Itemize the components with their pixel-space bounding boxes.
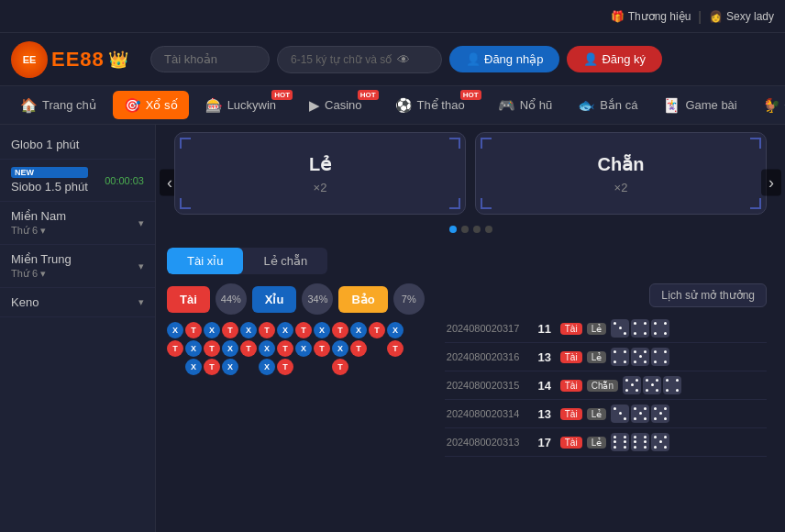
hist-num: 17 <box>534 436 556 449</box>
dot-1 <box>449 226 457 233</box>
hist-id: 2024080020313 <box>447 437 529 448</box>
hist-result1: Tài <box>560 351 582 363</box>
keno-label-group: Keno <box>11 295 39 309</box>
tab-taixiu[interactable]: Tài xỉu <box>167 248 243 274</box>
hist-result2: Lẻ <box>587 323 607 335</box>
username-input[interactable] <box>150 46 270 72</box>
hist-result1: Tài <box>560 437 582 449</box>
bet-bao-button[interactable]: Bảo <box>338 286 387 313</box>
hist-id: 2024080020314 <box>447 408 529 419</box>
bead: X <box>185 340 202 357</box>
password-hint: 6-15 ký tự chữ và số 👁 <box>277 46 442 73</box>
sidebar-item-mientrung[interactable]: Miền Trung Thứ 6 ▾ ▾ <box>0 245 155 288</box>
sidebar-item-miennam[interactable]: Miền Nam Thứ 6 ▾ ▾ <box>0 202 155 245</box>
history-row: 202408002031711TàiLẻ <box>445 315 767 343</box>
user-icon: 👤 <box>466 52 481 66</box>
siobo-label-group: NEW Siobo 1.5 phút <box>11 167 88 194</box>
card-chan[interactable]: Chẵn ×2 <box>475 132 767 215</box>
history-row: 202408002031317TàiLẻ <box>445 428 767 457</box>
header: EE EE88 👑 6-15 ký tự chữ và số 👁 👤 Đăng … <box>0 33 785 86</box>
die-face <box>651 433 669 451</box>
nav-gamebai-label: Game bài <box>685 98 736 112</box>
dice-group <box>611 433 669 451</box>
login-label: Đăng nhập <box>484 52 543 66</box>
bet-tai-button[interactable]: Tài <box>167 286 210 313</box>
dot-3 <box>473 226 481 233</box>
eye-icon[interactable]: 👁 <box>397 52 410 67</box>
miennam-chevron: ▾ <box>138 217 144 229</box>
dots-indicator <box>174 222 767 240</box>
nav-item-banca[interactable]: 🐟 Bắn cá <box>565 86 650 124</box>
die-face <box>631 319 649 338</box>
nav-item-casino[interactable]: ▶ Casino HOT <box>296 86 381 124</box>
bead: T <box>222 322 238 338</box>
nav-item-xoso[interactable]: 🎯 Xổ số <box>113 91 189 119</box>
hist-id: 2024080020315 <box>447 380 529 391</box>
taixiu-section: Tài xỉu Lẻ chẵn Tài 44% Xỉu 34% Bảo 7% <box>156 240 785 464</box>
nav-item-gamebai[interactable]: 🃏 Game bài <box>650 86 749 124</box>
bet-xiu-button[interactable]: Xỉu <box>252 286 297 313</box>
sidebar: Globo 1 phút NEW Siobo 1.5 phút 00:00:03… <box>0 125 156 532</box>
hist-id: 2024080020316 <box>447 351 529 362</box>
thuong-hieu-label: Thương hiệu <box>628 10 691 23</box>
register-icon: 👤 <box>583 52 598 66</box>
dice-group <box>611 405 669 423</box>
nav-item-home[interactable]: 🏠 Trang chủ <box>7 86 109 124</box>
bead: T <box>350 340 367 357</box>
sexy-lady-link[interactable]: 👩 Sexy lady <box>709 10 774 23</box>
dice-group <box>623 376 681 394</box>
crown-icon: 👑 <box>108 50 128 70</box>
mientrung-chevron: ▾ <box>138 260 144 272</box>
gamebai-icon: 🃏 <box>663 97 680 114</box>
logo-area: EE EE88 👑 <box>11 41 139 78</box>
nohu-icon: 🎮 <box>498 97 515 114</box>
nav-casino-label: Casino <box>325 98 361 112</box>
die-face <box>623 376 641 394</box>
bead: X <box>204 322 220 338</box>
bao-pct: 7% <box>393 283 425 315</box>
cards-next-button[interactable]: › <box>761 170 781 196</box>
bead: X <box>185 359 202 375</box>
taixiu-row: Tài 44% Xỉu 34% Bảo 7% XTXTXTXTXTXTXTXTX… <box>167 283 774 457</box>
nav-item-luckywin[interactable]: 🎰 Luckywin HOT <box>193 86 296 124</box>
thuong-hieu-link[interactable]: 🎁 Thương hiệu <box>611 10 691 23</box>
tai-pct: 44% <box>216 283 247 315</box>
tab-lechan[interactable]: Lẻ chẵn <box>243 248 327 274</box>
nav-xoso-label: Xổ số <box>146 98 178 112</box>
nav-item-thethao[interactable]: ⚽ Thể thao HOT <box>382 86 485 124</box>
history-button[interactable]: Lịch sử mở thưởng <box>649 283 767 307</box>
search-area: 6-15 ký tự chữ và số 👁 👤 Đăng nhập 👤 Đăn… <box>150 46 774 73</box>
globo-label: Globo 1 phút <box>11 138 79 151</box>
main-content: Globo 1 phút NEW Siobo 1.5 phút 00:00:03… <box>0 125 785 532</box>
login-button[interactable]: 👤 Đăng nhập <box>449 46 559 72</box>
sidebar-item-keno[interactable]: Keno ▾ <box>0 288 155 317</box>
home-icon: 🏠 <box>20 97 38 114</box>
die-face <box>651 405 669 423</box>
hist-num: 14 <box>534 379 556 393</box>
hist-result1: Tài <box>560 323 582 335</box>
logo-circle: EE <box>11 41 48 78</box>
content-area: ‹ Lẻ ×2 Chẵn ×2 › <box>156 125 785 532</box>
die-face <box>631 433 649 451</box>
daga-icon: 🐓 <box>763 97 780 114</box>
bead: X <box>259 359 275 375</box>
nav-luckywin-label: Luckywin <box>227 98 276 112</box>
die-face <box>611 319 629 338</box>
bead: X <box>314 322 330 338</box>
nav-item-nohu[interactable]: 🎮 Nổ hũ <box>485 86 565 124</box>
hist-result2: Lẻ <box>587 408 607 420</box>
bead <box>240 359 257 375</box>
sidebar-item-globo[interactable]: Globo 1 phút <box>0 130 155 160</box>
lady-icon: 👩 <box>709 10 723 23</box>
main-nav: 🏠 Trang chủ 🎯 Xổ số 🎰 Luckywin HOT ▶ Cas… <box>0 86 785 125</box>
bead <box>369 340 385 357</box>
thethao-hot-badge: HOT <box>460 90 481 100</box>
nav-item-daga[interactable]: 🐓 Đá gà <box>750 86 785 124</box>
card-le[interactable]: Lẻ ×2 <box>174 132 466 215</box>
register-button[interactable]: 👤 Đăng ký <box>567 46 662 72</box>
card-le-title: Lẻ <box>309 153 331 175</box>
taixiu-tabs: Tài xỉu Lẻ chẵn <box>167 248 327 274</box>
mientrung-label-group: Miền Trung Thứ 6 ▾ <box>11 252 72 280</box>
dot-4 <box>485 226 492 233</box>
sidebar-item-siobo[interactable]: NEW Siobo 1.5 phút 00:00:03 <box>0 160 155 202</box>
